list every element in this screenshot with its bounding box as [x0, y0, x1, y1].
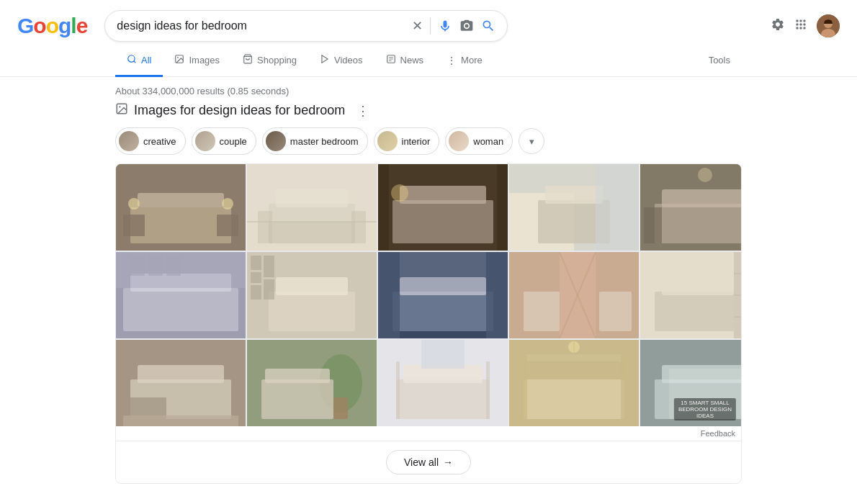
svg-rect-85	[130, 397, 166, 419]
svg-rect-41	[596, 164, 639, 251]
chip-woman[interactable]: woman	[445, 127, 513, 155]
search-button[interactable]	[481, 19, 495, 33]
svg-rect-59	[251, 272, 261, 283]
google-logo[interactable]: Google	[17, 14, 87, 38]
images-title: Images for design ideas for bedroom	[134, 103, 345, 118]
svg-rect-32	[392, 200, 493, 243]
svg-rect-89	[333, 397, 348, 419]
news-icon	[386, 54, 396, 66]
bedroom-image-10[interactable]	[640, 252, 742, 338]
chip-creative-label: creative	[143, 136, 176, 147]
svg-point-15	[119, 106, 120, 107]
chip-couple[interactable]: couple	[192, 127, 256, 155]
svg-rect-94	[403, 365, 483, 383]
svg-point-34	[391, 184, 408, 202]
avatar[interactable]	[817, 14, 840, 37]
more-options-button[interactable]: ⋮	[356, 103, 369, 119]
videos-icon	[320, 54, 330, 66]
svg-rect-49	[123, 288, 238, 331]
svg-rect-31	[378, 164, 508, 251]
svg-rect-36	[497, 164, 508, 251]
view-all-button[interactable]: View all →	[386, 450, 471, 474]
settings-button[interactable]	[771, 17, 785, 35]
svg-rect-75	[640, 252, 742, 338]
feedback-label[interactable]: Feedback	[701, 429, 735, 438]
results-count: About 334,000,000 results (0.85 seconds)	[115, 86, 289, 96]
tab-images[interactable]: Images	[163, 45, 231, 77]
chip-creative[interactable]: creative	[115, 127, 186, 155]
bedroom-image-12[interactable]	[247, 340, 377, 426]
svg-rect-48	[116, 252, 246, 338]
chip-master-bedroom-img	[266, 131, 286, 151]
clear-button[interactable]: ✕	[412, 18, 423, 34]
bedroom-image-7[interactable]	[247, 252, 377, 338]
svg-rect-63	[378, 252, 508, 338]
svg-rect-96	[486, 361, 490, 419]
svg-rect-40	[545, 186, 603, 204]
bedroom-image-3[interactable]	[378, 164, 508, 251]
svg-rect-74	[599, 292, 632, 331]
svg-rect-50	[130, 274, 231, 292]
logo-e: e	[76, 14, 88, 37]
bedroom-image-11[interactable]	[116, 340, 246, 426]
bedroom-image-4[interactable]	[509, 164, 639, 251]
tab-more[interactable]: ⋮ More	[435, 46, 494, 77]
svg-rect-66	[378, 252, 400, 338]
bedroom-image-2[interactable]	[247, 164, 377, 251]
svg-rect-19	[116, 164, 246, 251]
svg-rect-58	[251, 256, 261, 270]
search-input[interactable]	[117, 19, 406, 32]
svg-point-22	[128, 198, 140, 210]
tab-news[interactable]: News	[374, 45, 436, 77]
svg-rect-27	[247, 164, 377, 222]
tab-all[interactable]: All	[115, 45, 163, 77]
tab-shopping[interactable]: Shopping	[231, 45, 308, 77]
bedroom-image-6[interactable]	[116, 252, 246, 338]
feedback-row: Feedback	[116, 426, 741, 441]
tab-more-label: More	[461, 55, 483, 66]
apps-button[interactable]	[794, 17, 808, 35]
svg-point-7	[178, 57, 179, 58]
bedroom-image-9[interactable]	[509, 252, 639, 338]
chip-interior[interactable]: interior	[374, 127, 440, 155]
svg-line-72	[560, 252, 596, 338]
all-icon	[127, 54, 137, 66]
view-all-label: View all	[404, 456, 439, 468]
expand-chips-button[interactable]: ▾	[519, 128, 544, 154]
bedroom-image-5[interactable]	[640, 164, 742, 251]
bedroom-image-13[interactable]	[378, 340, 508, 426]
view-all-arrow: →	[443, 456, 453, 468]
chip-couple-img	[195, 131, 215, 151]
svg-point-103	[568, 341, 580, 353]
svg-rect-98	[509, 340, 639, 426]
svg-rect-86	[123, 415, 238, 426]
images-header-icon	[115, 102, 128, 119]
voice-search-button[interactable]	[438, 19, 452, 33]
bedroom-image-15[interactable]: 15 SMART SMALLBEDROOM DESIGNIDEAS	[640, 340, 742, 426]
svg-rect-92	[378, 340, 508, 426]
results-info: About 334,000,000 results (0.85 seconds)	[0, 77, 857, 102]
search-icons: ✕	[412, 17, 495, 35]
tab-all-label: All	[141, 55, 151, 66]
svg-point-5	[128, 55, 135, 62]
svg-rect-52	[130, 256, 145, 276]
image-search-button[interactable]	[459, 19, 474, 33]
tab-videos[interactable]: Videos	[308, 45, 374, 77]
svg-marker-9	[322, 55, 328, 63]
svg-rect-51	[116, 252, 246, 288]
chip-master-bedroom[interactable]: master bedroom	[262, 127, 368, 155]
svg-rect-18	[138, 193, 224, 207]
filter-chips: creative couple master bedroom interior …	[115, 127, 742, 155]
bedroom-image-14[interactable]	[509, 340, 639, 426]
svg-rect-17	[130, 207, 231, 243]
svg-rect-61	[264, 256, 274, 277]
svg-rect-24	[247, 164, 377, 251]
svg-rect-26	[276, 189, 348, 207]
bedroom-image-1[interactable]	[116, 164, 246, 251]
svg-rect-91	[265, 369, 330, 383]
images-header: Images for design ideas for bedroom ⋮	[115, 102, 742, 119]
bedroom-image-8[interactable]	[378, 252, 508, 338]
svg-rect-37	[509, 164, 639, 251]
shopping-icon	[243, 54, 253, 66]
tools-button[interactable]: Tools	[697, 46, 742, 76]
